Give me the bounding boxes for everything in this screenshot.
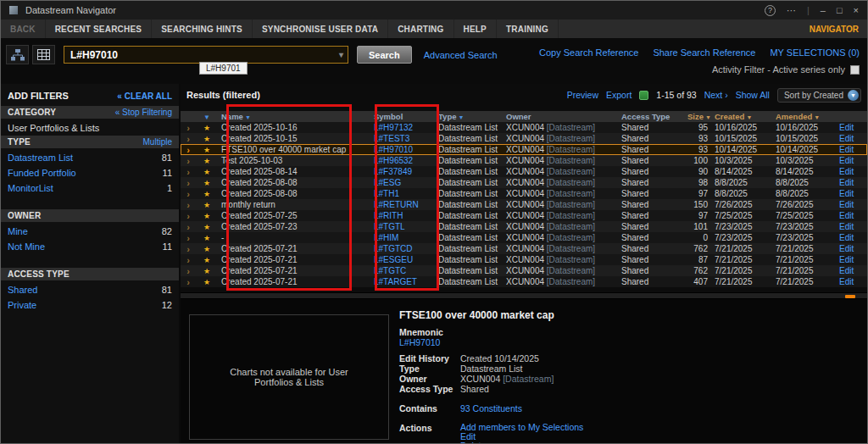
constituents-link[interactable]: 93 Constituents [460,403,522,413]
edit-link[interactable]: Edit [839,222,854,231]
expand-row-icon[interactable]: › [186,211,190,221]
favorite-star-icon[interactable]: ★ [203,146,210,154]
edit-link[interactable]: Edit [839,189,854,198]
edit-link[interactable]: Edit [839,156,854,165]
expand-row-icon[interactable]: › [186,123,190,133]
edit-link[interactable]: Edit [839,211,854,220]
favorite-star-icon[interactable]: ★ [203,245,210,253]
help-icon[interactable]: ? [765,5,776,16]
search-input[interactable]: L#H97010 ▾ [64,46,348,64]
favorite-star-icon[interactable]: ★ [203,256,210,264]
column-header-type[interactable]: Type▼ [435,111,503,122]
stop-filtering-link[interactable]: « Stop Filtering [115,108,172,117]
menu-item-help[interactable]: HELP [454,19,497,38]
close-icon[interactable]: × [854,6,859,15]
menu-item-recent-searches[interactable]: RECENT SEARCHES [46,19,152,38]
filter-link[interactable]: Private [8,300,36,310]
show-all-link[interactable]: Show All [736,90,770,100]
favorite-star-icon[interactable]: ★ [203,201,210,209]
edit-link[interactable]: Edit [839,134,854,143]
filter-item[interactable]: Shared81 [1,282,179,297]
filter-link[interactable]: Not Mine [8,241,45,252]
filter-link[interactable]: Funded Portfolio [8,168,76,178]
type-multiple-link[interactable]: Multiple [143,137,172,147]
minimize-icon[interactable]: – [821,6,826,15]
edit-link[interactable]: Edit [839,277,854,286]
column-header-size[interactable]: Size▼ [684,111,711,122]
favorite-star-icon[interactable]: ★ [203,190,210,198]
menu-item-searching-hints[interactable]: SEARCHING HINTS [152,19,253,38]
chevron-down-icon[interactable]: ▾ [339,50,343,59]
favorite-star-icon[interactable]: ★ [203,212,210,220]
edit-link[interactable]: Edit [839,167,854,176]
expand-row-icon[interactable]: › [186,255,190,265]
favorite-star-icon[interactable]: ★ [203,234,210,242]
copy-search-reference-link[interactable]: Copy Search Reference [539,47,638,58]
hierarchy-view-button[interactable] [6,45,29,64]
menu-item-training[interactable]: TRAINING [497,19,559,38]
edit-link[interactable]: Edit [839,244,854,253]
export-link[interactable]: Export [606,90,632,100]
edit-link[interactable]: Edit [839,123,854,132]
splitter-grip-icon[interactable] [845,295,855,298]
edit-link[interactable]: Edit [839,266,854,275]
favorite-star-icon[interactable]: ★ [203,157,210,165]
column-header-amended[interactable]: Amended▼ [772,111,833,122]
expand-row-icon[interactable]: › [186,134,190,144]
filter-item[interactable]: Mine82 [1,224,179,239]
grid-view-button[interactable] [32,45,55,64]
expand-row-icon[interactable]: › [186,266,190,276]
share-search-reference-link[interactable]: Share Search Reference [653,47,755,58]
edit-link[interactable]: Edit [839,200,854,209]
category-selected-value[interactable]: User Portfolios & Lists [1,119,179,136]
edit-link[interactable]: Edit [839,233,854,242]
filter-item[interactable]: Datastream List81 [1,150,179,165]
column-header-owner[interactable]: Owner [503,111,618,122]
filter-item[interactable]: Private12 [1,297,179,313]
activity-filter-checkbox[interactable] [850,65,860,75]
favorite-star-icon[interactable]: ★ [203,168,210,176]
favorite-star-icon[interactable]: ★ [203,267,210,275]
add-members-link[interactable]: Add members to My Selections [460,423,583,432]
edit-link[interactable]: Edit [839,145,854,154]
my-selections-link[interactable]: MY SELECTIONS (0) [770,47,860,58]
export-excel-icon[interactable] [639,91,648,100]
favorite-star-icon[interactable]: ★ [203,135,210,143]
filter-link[interactable]: MonitorList [8,183,53,193]
filter-item[interactable]: MonitorList1 [1,180,179,196]
filter-link[interactable]: Datastream List [8,153,73,163]
expand-row-icon[interactable]: › [186,178,190,188]
filter-item[interactable]: Funded Portfolio11 [1,165,179,180]
advanced-search-link[interactable]: Advanced Search [424,50,498,60]
mnemonic-link[interactable]: L#H97010 [399,337,440,347]
expand-row-icon[interactable]: › [186,244,190,254]
expand-row-icon[interactable]: › [186,189,190,199]
menu-item-synchronise-user-data[interactable]: SYNCHRONISE USER DATA [253,19,388,38]
panel-splitter[interactable] [181,292,867,299]
next-page-link[interactable]: Next › [704,90,728,100]
column-header-star[interactable]: ▼ [196,111,218,122]
more-options-icon[interactable]: ⋯ [787,6,796,15]
menu-item-charting[interactable]: CHARTING [388,19,453,38]
filter-link[interactable]: Mine [8,226,28,236]
expand-row-icon[interactable]: › [186,233,190,243]
search-button[interactable]: Search [357,46,412,64]
maximize-icon[interactable]: □ [837,6,843,15]
filter-item[interactable]: Not Mine11 [1,239,179,254]
filter-link[interactable]: Shared [8,285,37,295]
expand-row-icon[interactable]: › [186,277,190,287]
favorite-star-icon[interactable]: ★ [203,278,210,286]
edit-link[interactable]: Edit [839,178,854,187]
favorite-star-icon[interactable]: ★ [203,179,210,187]
favorite-star-icon[interactable]: ★ [203,124,210,132]
preview-link[interactable]: Preview [567,90,598,100]
expand-row-icon[interactable]: › [186,200,190,210]
expand-row-icon[interactable]: › [186,145,190,155]
edit-link[interactable]: Edit [839,255,854,264]
expand-row-icon[interactable]: › [186,167,190,177]
sort-by-dropdown[interactable]: Sort by Created ▼ [777,88,861,103]
expand-row-icon[interactable]: › [186,222,190,232]
favorite-star-icon[interactable]: ★ [203,223,210,231]
expand-row-icon[interactable]: › [186,156,190,166]
column-header-access[interactable]: Access Type [618,111,684,122]
